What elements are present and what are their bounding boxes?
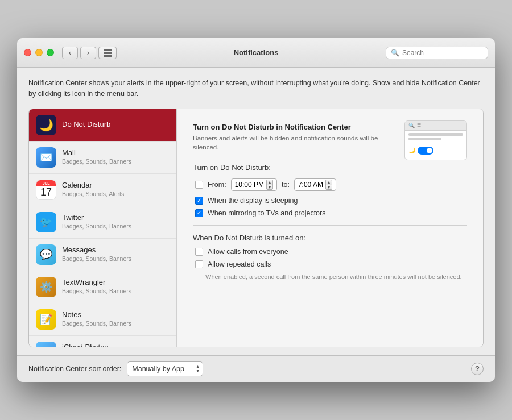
forward-button[interactable]: › xyxy=(80,47,96,59)
hint-text: When enabled, a second call from the sam… xyxy=(205,273,467,281)
allow-calls-checkbox[interactable] xyxy=(195,248,203,256)
allow-calls-label: Allow calls from everyone xyxy=(208,248,288,256)
sidebar-item-twitter[interactable]: 🐦 Twitter Badges, Sounds, Banners xyxy=(29,206,176,239)
from-time-down[interactable]: ▼ xyxy=(266,185,273,190)
preview-box: 🔍 ☰ 🌙 xyxy=(404,120,467,160)
sort-label: Notification Center sort order: xyxy=(28,365,121,373)
calendar-icon: JUL 17 xyxy=(36,180,56,200)
messages-item-sub: Badges, Sounds, Banners xyxy=(62,255,131,263)
grid-icon xyxy=(104,49,112,57)
to-time-stepper[interactable]: ▲ ▼ xyxy=(325,180,332,190)
twitter-icon: 🐦 xyxy=(36,212,56,232)
mail-item-name: Mail xyxy=(62,148,131,158)
notes-item-sub: Badges, Sounds, Banners xyxy=(62,320,131,328)
notes-item-name: Notes xyxy=(62,310,131,320)
textwrangler-icon: ⚙️ xyxy=(36,277,56,297)
to-time-down[interactable]: ▼ xyxy=(325,185,332,190)
from-time-stepper[interactable]: ▲ ▼ xyxy=(266,180,273,190)
calendar-item-sub: Badges, Sounds, Alerts xyxy=(62,190,124,198)
preview-list-icon: ☰ xyxy=(417,123,421,128)
sidebar: 🌙 Do Not Disturb ✉️ Mail Badges, Sounds,… xyxy=(29,109,177,347)
sidebar-item-messages[interactable]: 💬 Messages Badges, Sounds, Banners xyxy=(29,239,176,271)
sidebar-item-dnd[interactable]: 🌙 Do Not Disturb xyxy=(29,109,176,142)
divider xyxy=(193,225,467,226)
maximize-button[interactable] xyxy=(47,49,54,56)
minimize-button[interactable] xyxy=(35,49,43,56)
search-icon: 🔍 xyxy=(391,49,399,57)
calendar-item-name: Calendar xyxy=(62,181,124,190)
messages-icon: 💬 xyxy=(36,244,56,265)
notes-item-content: Notes Badges, Sounds, Banners xyxy=(62,310,131,328)
mail-item-content: Mail Badges, Sounds, Banners xyxy=(62,148,131,166)
dnd-item-content: Do Not Disturb xyxy=(62,120,110,130)
grid-view-button[interactable] xyxy=(98,47,117,59)
to-label: to: xyxy=(282,181,290,189)
sort-select[interactable]: Manually by App By Time Recently Updated xyxy=(127,361,203,376)
twitter-item-name: Twitter xyxy=(62,213,131,223)
textwrangler-item-content: TextWrangler Badges, Sounds, Banners xyxy=(62,278,131,296)
close-button[interactable] xyxy=(24,49,31,56)
sidebar-item-textwrangler[interactable]: ⚙️ TextWrangler Badges, Sounds, Banners xyxy=(29,271,176,303)
sleeping-checkbox[interactable] xyxy=(195,197,203,205)
traffic-lights xyxy=(24,49,54,56)
sidebar-item-notes[interactable]: 📝 Notes Badges, Sounds, Banners xyxy=(29,303,176,336)
window-title: Notifications xyxy=(234,48,279,57)
to-time-up[interactable]: ▲ xyxy=(325,180,332,185)
mirroring-checkbox[interactable] xyxy=(195,209,203,217)
sleeping-row: When the display is sleeping xyxy=(195,197,467,205)
from-time-input[interactable]: 10:00 PM ▲ ▼ xyxy=(231,178,277,191)
to-time-input[interactable]: 7:00 AM ▲ ▼ xyxy=(294,178,336,191)
sidebar-item-mail[interactable]: ✉️ Mail Badges, Sounds, Banners xyxy=(29,142,176,174)
sidebar-item-icloud[interactable]: ☁️ iCloud Photos Badges, Sounds, Banners xyxy=(29,336,176,347)
time-row: From: 10:00 PM ▲ ▼ to: 7:00 AM ▲ ▼ xyxy=(195,178,467,191)
mail-icon: ✉️ xyxy=(36,147,56,168)
schedule-title: Turn on Do Not Disturb: xyxy=(193,163,467,172)
nav-buttons: ‹ › xyxy=(62,47,96,59)
main-panel: 🌙 Do Not Disturb ✉️ Mail Badges, Sounds,… xyxy=(28,109,484,347)
from-time-up[interactable]: ▲ xyxy=(266,180,273,185)
preview-lines xyxy=(405,131,466,144)
back-button[interactable]: ‹ xyxy=(62,47,78,59)
allow-calls-row: Allow calls from everyone xyxy=(195,248,467,256)
bottom-bar: Notification Center sort order: Manually… xyxy=(17,355,495,382)
from-label: From: xyxy=(208,181,226,189)
sort-select-wrapper: Manually by App By Time Recently Updated… xyxy=(127,361,203,376)
textwrangler-item-name: TextWrangler xyxy=(62,278,131,288)
search-box: 🔍 xyxy=(386,47,488,59)
allow-repeated-label: Allow repeated calls xyxy=(208,260,271,268)
icloud-item-name: iCloud Photos xyxy=(62,343,131,346)
schedule-checkbox[interactable] xyxy=(195,181,203,189)
notes-icon: 📝 xyxy=(36,309,56,330)
dnd-item-name: Do Not Disturb xyxy=(62,120,110,130)
preview-toggle xyxy=(418,147,433,155)
messages-item-name: Messages xyxy=(62,246,131,255)
textwrangler-item-sub: Badges, Sounds, Banners xyxy=(62,288,131,296)
from-time-value: 10:00 PM xyxy=(235,181,264,189)
preview-line-1 xyxy=(408,133,463,136)
titlebar: ‹ › Notifications 🔍 xyxy=(17,38,495,68)
to-time-value: 7:00 AM xyxy=(298,181,323,189)
preview-moon-icon: 🌙 xyxy=(408,147,415,153)
sidebar-item-calendar[interactable]: JUL 17 Calendar Badges, Sounds, Alerts xyxy=(29,174,176,206)
icloud-icon: ☁️ xyxy=(36,342,56,347)
dnd-icon: 🌙 xyxy=(36,115,56,135)
mirroring-label: When mirroring to TVs and projectors xyxy=(208,209,326,217)
help-button[interactable]: ? xyxy=(471,363,484,375)
description-text: Notification Center shows your alerts in… xyxy=(28,78,484,99)
preview-toggle-row: 🌙 xyxy=(405,144,466,157)
preview-search-icon: 🔍 xyxy=(408,123,415,128)
mail-item-sub: Badges, Sounds, Banners xyxy=(62,158,131,166)
messages-item-content: Messages Badges, Sounds, Banners xyxy=(62,246,131,263)
search-input[interactable] xyxy=(402,49,483,57)
allow-repeated-checkbox[interactable] xyxy=(195,260,203,268)
preview-top: 🔍 ☰ xyxy=(405,121,466,131)
twitter-item-content: Twitter Badges, Sounds, Banners xyxy=(62,213,131,231)
preview-line-2 xyxy=(408,138,441,140)
right-panel: 🔍 ☰ 🌙 Turn on Do Not Disturb in Notifica… xyxy=(177,109,483,347)
mirroring-row: When mirroring to TVs and projectors xyxy=(195,209,467,217)
main-window: ‹ › Notifications 🔍 Notification Center … xyxy=(17,38,495,382)
calendar-item-content: Calendar Badges, Sounds, Alerts xyxy=(62,181,124,198)
twitter-item-sub: Badges, Sounds, Banners xyxy=(62,223,131,231)
when-on-title: When Do Not Disturb is turned on: xyxy=(193,234,467,242)
content-area: Notification Center shows your alerts in… xyxy=(17,68,495,355)
